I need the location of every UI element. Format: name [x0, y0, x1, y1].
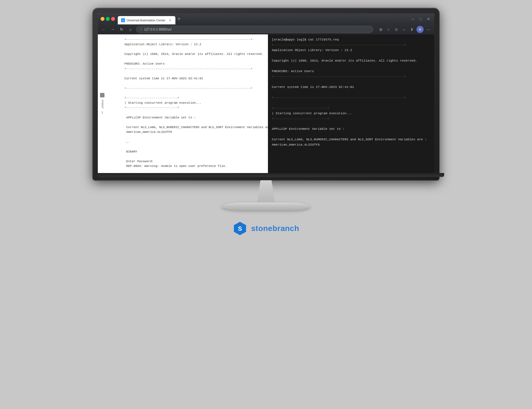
tab-bar: U Universal Automation Center ✕ +	[118, 13, 408, 24]
tab-title: Universal Automation Center	[127, 19, 165, 22]
stdout-label: STDOUT	[101, 100, 104, 108]
terminal-line: [oracle@apps log]$ cat 17719375.req	[272, 37, 430, 42]
monitor-neck	[255, 180, 277, 202]
terminal-line: Current NLS_LANG, NLS_NUMERIC_CHARACTERS…	[272, 137, 430, 142]
terminal-line: +---------------------------------------…	[272, 74, 430, 79]
log-line	[124, 71, 264, 76]
left-log-content: +---------------------------------------…	[124, 37, 264, 173]
log-line: Application Object Library: Version : 12…	[124, 42, 264, 47]
log-line	[124, 154, 264, 159]
minimize-icon[interactable]: ─	[410, 16, 416, 22]
monitor-base	[222, 202, 310, 210]
bookmark-icon[interactable]: ☆	[385, 26, 392, 32]
reload-button[interactable]: ↻	[118, 26, 125, 33]
logo-area: S stonebranch	[233, 221, 299, 236]
log-line	[124, 144, 264, 149]
tab-favicon: U	[121, 18, 125, 22]
terminal-line: FNDSCURS: Active Users	[272, 69, 430, 74]
svg-text:S: S	[238, 225, 242, 232]
terminal-line	[272, 100, 430, 106]
browser-chrome: U Universal Automation Center ✕ + ─ □ ✕	[98, 13, 434, 24]
terminal-line	[272, 90, 430, 95]
terminal-line: +----------------------------+	[272, 116, 430, 121]
terminal-line: Current system time is 27-NOV-2023 02:41…	[272, 85, 430, 90]
terminal-line: +---------------------------------------…	[272, 95, 430, 100]
browser-window: U Universal Automation Center ✕ + ─ □ ✕	[98, 13, 434, 173]
terminal-line: Application Object Library: Version : 12…	[272, 48, 430, 53]
log-line: Current NLS_LANG, NLS_NUMERIC_CHARACTERS…	[124, 125, 264, 130]
terminal-line: | Starting concurrent program execution.…	[272, 111, 430, 116]
terminal-line	[272, 63, 430, 69]
user-avatar[interactable]: U	[416, 26, 424, 33]
log-line	[124, 81, 264, 86]
terminal-line: APPLLCSP Environment Variable set to :	[272, 126, 430, 132]
tab-close-button[interactable]: ✕	[168, 18, 172, 22]
browser-content: STDOUT 1 +------------------------------…	[98, 34, 434, 173]
brand-name: stonebranch	[251, 224, 299, 233]
maximize-button[interactable]	[106, 17, 110, 21]
stonebranch-logo: S	[233, 221, 247, 236]
log-line: American_America.AL32UTF8	[124, 130, 264, 135]
log-line: +----------------------------+	[124, 96, 264, 101]
restore-icon[interactable]: □	[418, 16, 424, 22]
terminal-line: +---------------------------------------…	[272, 42, 430, 48]
browser-toolbar-icons: ─ □ ✕	[410, 16, 431, 22]
log-line	[124, 57, 264, 62]
log-line: APPLLCSP Environment Variable set to :	[124, 115, 264, 120]
terminal-line	[272, 79, 430, 85]
back-button[interactable]: ←	[101, 26, 107, 33]
log-line: +----------------------------+	[124, 105, 264, 110]
terminal-line: Copyright (c) 1998, 2013, Oracle and/or …	[272, 58, 430, 63]
log-line: Copyright (c) 1998, 2013, Oracle and/or …	[124, 52, 264, 57]
log-line: Current system time is 27-NOV-2023 02:41…	[124, 76, 264, 81]
log-line	[124, 120, 264, 125]
active-tab[interactable]: U Universal Automation Center ✕	[118, 16, 175, 24]
minimize-button[interactable]	[101, 17, 104, 21]
log-line: FNDSCURS: Active Users	[124, 62, 264, 67]
new-tab-button[interactable]: +	[175, 15, 183, 22]
log-line: | Starting concurrent program execution.…	[124, 101, 264, 106]
log-line: BINARY	[124, 149, 264, 154]
left-log-panel: STDOUT 1 +------------------------------…	[98, 34, 268, 173]
sidebar-label: STDOUT 1	[100, 93, 104, 114]
terminal-line	[272, 132, 430, 137]
log-line	[124, 47, 264, 52]
monitor-bottom-bar	[98, 173, 444, 177]
log-line: +---------------------------------------…	[124, 86, 264, 91]
log-line: Enter Password:	[124, 159, 264, 164]
terminal-line: American_America.AL32UTF8	[272, 142, 430, 148]
log-line	[124, 135, 264, 140]
security-icon: ⓘ	[140, 27, 142, 31]
terminal-line	[272, 121, 430, 127]
home-button[interactable]: ⌂	[127, 26, 134, 33]
extensions-icon[interactable]: ⊞	[378, 26, 384, 32]
download-icon[interactable]: ⬇	[409, 26, 415, 32]
terminal-line	[272, 53, 430, 58]
close-window-icon[interactable]: ✕	[425, 16, 431, 22]
log-line: ,.	[124, 139, 264, 144]
sync-icon[interactable]: ↔	[401, 26, 407, 32]
profile-icon[interactable]: ⊙	[393, 26, 399, 32]
log-line	[124, 169, 264, 173]
log-line: +---------------------------------------…	[124, 67, 264, 72]
sidebar-icon	[100, 93, 104, 97]
scene: U Universal Automation Center ✕ + ─ □ ✕	[0, 0, 532, 409]
address-bar[interactable]: ⓘ 127.0.0.1:8080/uc/	[136, 26, 373, 33]
log-line: +---------------------------------------…	[124, 37, 264, 42]
log-line	[124, 91, 264, 96]
monitor-bezel: U Universal Automation Center ✕ + ─ □ ✕	[93, 8, 439, 180]
right-toolbar-icons: ⊞ ☆ ⊙ ↔ ⬇ U ⋯	[378, 26, 431, 33]
monitor: U Universal Automation Center ✕ + ─ □ ✕	[93, 8, 439, 210]
log-line: REP-0004: Warning: Unable to open user p…	[124, 164, 264, 169]
forward-button[interactable]: →	[109, 26, 116, 33]
right-terminal-panel: [oracle@apps log]$ cat 17719375.req+----…	[268, 34, 434, 173]
stdout-number: 1	[101, 111, 103, 115]
terminal-line: +----------------------------+	[272, 106, 430, 111]
address-url: 127.0.0.1:8080/uc/	[144, 27, 172, 31]
menu-icon[interactable]: ⋯	[425, 26, 431, 32]
window-controls	[101, 17, 115, 21]
close-button[interactable]	[111, 17, 115, 21]
address-bar-row: ← → ↻ ⌂ ⓘ 127.0.0.1:8080/uc/ ⊞ ☆ ⊙ ↔ ⬇ U	[98, 24, 434, 34]
log-line	[124, 110, 264, 115]
